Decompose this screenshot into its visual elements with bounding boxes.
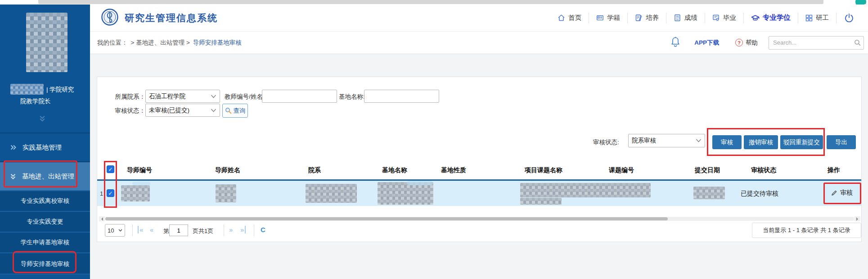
nav-label: 成绩: [684, 14, 697, 22]
col-department[interactable]: 院系: [308, 166, 321, 174]
chevrons-right-icon: [10, 144, 17, 151]
page-size-value: 10: [108, 227, 114, 234]
graduation-cap-icon: [751, 14, 760, 22]
scroll-right-arrow[interactable]: [855, 216, 860, 221]
window-top-strip: [38, 0, 823, 4]
profile-collapse-button[interactable]: [38, 115, 47, 124]
row-audit-status: 已提交待审核: [741, 190, 778, 198]
col-mentor-name[interactable]: 导师姓名: [215, 166, 240, 174]
scroll-left-arrow[interactable]: [99, 216, 105, 221]
chevron-down-icon: [696, 139, 702, 142]
content-panel: 所属院系： 石油工程学院 教师编号/姓名: 基地名称: 审核状态： 未审核(已提…: [97, 77, 862, 242]
nav-grades[interactable]: 100 成绩: [666, 13, 705, 23]
table-row[interactable]: 1 已提交待审核 审核: [97, 181, 861, 206]
score-doc-icon: 100: [674, 14, 681, 22]
sidebar-footer: [0, 274, 90, 279]
page-number-input[interactable]: [169, 224, 188, 236]
horizontal-scrollbar-thumb[interactable]: [105, 217, 668, 220]
teacher-label: 教师编号/姓名:: [225, 93, 265, 101]
horizontal-scrollbar[interactable]: [99, 216, 860, 221]
page-size-select[interactable]: 10: [105, 224, 125, 237]
audit-status-select[interactable]: 未审核(已提交): [145, 104, 220, 117]
nav-label: 培养: [646, 14, 659, 22]
nav-training[interactable]: 培养: [627, 13, 666, 23]
chevron-down-icon: [211, 95, 216, 98]
search-icon[interactable]: [854, 39, 861, 48]
sidebar-subitem-practice-leave-audit[interactable]: 专业实践离校审核: [0, 190, 90, 211]
breadcrumb-location-label: 我的位置：: [97, 39, 128, 47]
teacher-input[interactable]: [262, 90, 337, 103]
redacted-base-name: [378, 182, 433, 205]
department-label: 所属院系：: [106, 93, 145, 101]
toolbar-audit-status-select[interactable]: 院系审核: [628, 134, 705, 147]
logout-button[interactable]: [836, 13, 862, 23]
id-card-icon: [596, 14, 604, 22]
pencil-icon: [831, 190, 837, 197]
audit-button[interactable]: 审核: [712, 135, 742, 149]
app-download-link[interactable]: APP下载: [694, 39, 719, 47]
user-role-line2: 院教学院长: [20, 97, 51, 105]
nav-professional-degree[interactable]: 专业学位: [743, 13, 798, 23]
query-button[interactable]: 查询: [222, 104, 248, 118]
col-mentor-id[interactable]: 导师编号: [127, 166, 152, 174]
chevron-down-icon: [211, 109, 216, 112]
col-actions[interactable]: 操作: [828, 166, 840, 174]
col-base-type[interactable]: 基地性质: [441, 166, 466, 174]
nav-home[interactable]: 首页: [550, 13, 589, 23]
row-audit-action-link[interactable]: 审核: [831, 189, 853, 197]
sidebar-item-base-in-out-management[interactable]: 基地进、出站管理: [0, 161, 90, 190]
bell-icon: [670, 36, 681, 48]
nav-label: 专业学位: [763, 13, 791, 23]
base-name-input[interactable]: [364, 90, 439, 103]
first-page-icon[interactable]: «: [138, 226, 143, 233]
last-page-icon[interactable]: »: [240, 226, 246, 233]
sidebar-subitem-practice-change[interactable]: 专业实践变更: [0, 211, 90, 232]
button-label: 审核: [721, 138, 733, 146]
chevrons-down-icon: [38, 115, 47, 122]
sidebar-item-label: 实践基地管理: [22, 143, 62, 152]
refresh-icon[interactable]: C: [261, 226, 265, 233]
col-submit-date[interactable]: 提交日期: [695, 166, 720, 174]
col-project-id[interactable]: 课题编号: [609, 166, 634, 174]
redaction-smudge: [407, 181, 433, 185]
search-input[interactable]: [769, 36, 864, 50]
button-label: 驳回重新提交: [783, 138, 820, 146]
export-button[interactable]: 导出: [827, 135, 856, 149]
sidebar-subitem-mentor-arrange-base-audit[interactable]: 导师安排基地审核: [0, 252, 90, 274]
select-all-checkbox[interactable]: [107, 165, 114, 173]
col-project-title[interactable]: 项目课题名称: [525, 166, 562, 174]
prev-page-icon[interactable]: «: [150, 226, 153, 233]
subheader-actions: APP下载 ? 帮助: [670, 36, 868, 50]
reject-resubmit-button[interactable]: 驳回重新提交: [780, 135, 823, 149]
notification-bell-button[interactable]: [670, 36, 681, 50]
app-title: 研究生管理信息系统: [125, 12, 218, 24]
toolbar-audit-status-label: 审核状态:: [593, 138, 619, 146]
button-label: 撤销审核: [749, 138, 773, 146]
pager-divider: [132, 224, 133, 236]
subheader: 我的位置： > 基地进、出站管理 > 导师安排基地审核 APP下载 ? 帮助: [90, 32, 868, 54]
col-base-name[interactable]: 基地名称: [382, 166, 407, 174]
magnifier-icon: [225, 107, 232, 114]
next-page-icon[interactable]: »: [229, 226, 233, 233]
nav-student-status[interactable]: 学籍: [589, 13, 627, 23]
revoke-audit-button[interactable]: 撤销审核: [744, 135, 778, 149]
audit-status-select-value: 未审核(已提交): [149, 106, 189, 114]
col-audit-status[interactable]: 审核状态: [751, 166, 776, 174]
redacted-mentor-id: [121, 185, 150, 201]
row-checkbox[interactable]: [107, 189, 114, 197]
sidebar-item-practice-base-management[interactable]: 实践基地管理: [0, 133, 90, 161]
department-select[interactable]: 石油工程学院: [145, 90, 220, 103]
breadcrumb: 我的位置： > 基地进、出站管理 > 导师安排基地审核: [97, 39, 242, 47]
home-icon: [558, 14, 565, 22]
nav-graduate-affairs[interactable]: 研工: [798, 13, 836, 23]
nav-graduation[interactable]: 毕业: [705, 13, 743, 23]
query-button-label: 查询: [234, 107, 246, 115]
row-number: 1: [100, 190, 103, 197]
pager-divider: [254, 224, 254, 236]
sidebar-submenu: 专业实践离校审核 专业实践变更 学生申请基地审核 导师安排基地审核: [0, 190, 90, 274]
help-link[interactable]: ? 帮助: [735, 39, 758, 47]
sidebar-subitem-student-apply-base-audit[interactable]: 学生申请基地审核: [0, 232, 90, 252]
redaction-smudge: [132, 182, 150, 185]
school-emblem-icon: [101, 8, 119, 28]
breadcrumb-parent[interactable]: > 基地进、出站管理 >: [131, 39, 190, 47]
